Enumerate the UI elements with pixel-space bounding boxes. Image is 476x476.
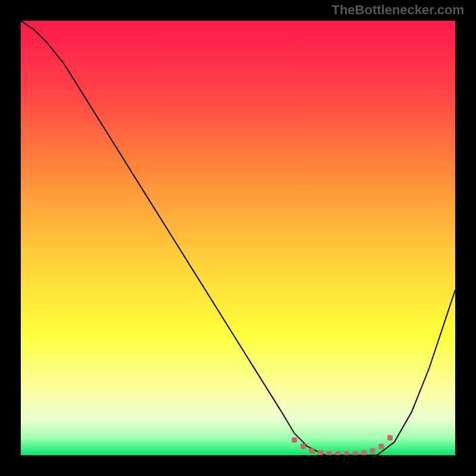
svg-rect-7 [344, 451, 349, 455]
svg-rect-2 [300, 444, 306, 449]
svg-rect-4 [318, 450, 323, 455]
svg-rect-11 [378, 444, 384, 449]
svg-rect-5 [327, 451, 332, 455]
svg-rect-8 [353, 451, 358, 455]
svg-rect-3 [309, 448, 315, 453]
svg-rect-1 [292, 437, 297, 443]
chart-optimal-markers [21, 21, 455, 455]
svg-rect-10 [370, 448, 375, 453]
svg-rect-9 [361, 450, 367, 455]
watermark-text: TheBottlenecker.com [331, 2, 464, 18]
svg-rect-12 [387, 435, 393, 440]
chart-plot-area [21, 21, 455, 455]
svg-rect-6 [335, 451, 340, 455]
